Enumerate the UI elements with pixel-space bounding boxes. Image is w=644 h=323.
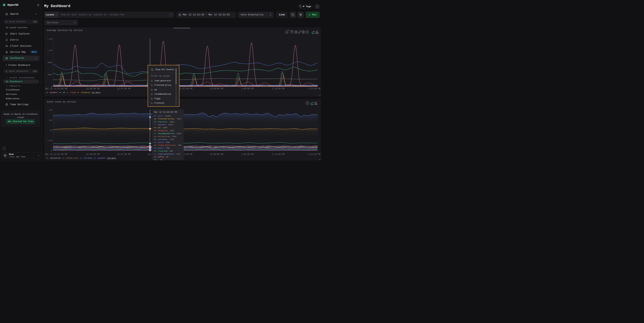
svg-text:1:21:00 PM: 1:21:00 PM <box>308 153 320 156</box>
svg-text:Mar 12 12:21:00 PM: Mar 12 12:21:00 PM <box>45 153 67 156</box>
svg-text:800K: 800K <box>48 62 52 64</box>
svg-text:12:51:00 PM: 12:51:00 PM <box>179 88 192 90</box>
svg-text:3.5K: 3.5K <box>48 140 52 142</box>
svg-text:12:58:00 PM: 12:58:00 PM <box>210 153 223 156</box>
svg-text:12:58:00 PM: 12:58:00 PM <box>210 88 223 90</box>
svg-text:14K: 14K <box>49 109 52 111</box>
svg-text:7K: 7K <box>50 129 52 131</box>
svg-text:11K: 11K <box>49 119 52 121</box>
svg-text:12:30:00 PM: 12:30:00 PM <box>86 153 99 156</box>
svg-text:1:21:00 PM: 1:21:00 PM <box>308 88 320 90</box>
svg-text:400K: 400K <box>48 74 52 76</box>
svg-text:1.6M: 1.6M <box>48 38 52 40</box>
svg-text:12:30:00 PM: 12:30:00 PM <box>86 88 99 90</box>
svg-text:1:05:00 PM: 1:05:00 PM <box>241 153 254 156</box>
svg-text:1:12:00 PM: 1:12:00 PM <box>272 153 284 156</box>
svg-text:12:37:00 PM: 12:37:00 PM <box>117 88 130 90</box>
svg-text:1.2M: 1.2M <box>48 50 52 52</box>
svg-text:1:05:00 PM: 1:05:00 PM <box>241 88 254 90</box>
svg-text:Mar 12 12:21:00 PM: Mar 12 12:21:00 PM <box>45 88 67 90</box>
svg-text:12:37:00 PM: 12:37:00 PM <box>117 153 130 156</box>
svg-text:0: 0 <box>51 150 52 152</box>
svg-text:1:12:00 PM: 1:12:00 PM <box>272 88 284 90</box>
